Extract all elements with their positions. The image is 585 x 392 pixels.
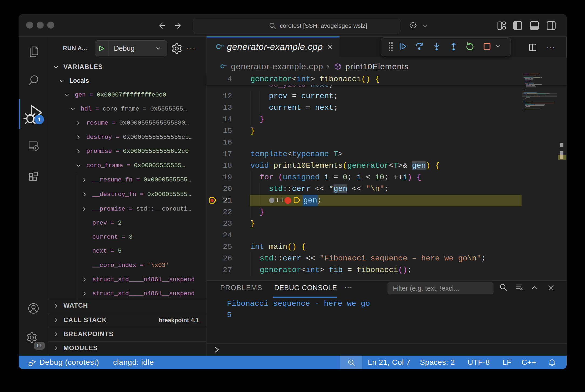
svg-text:++: ++ [224,64,227,67]
svg-text:++: ++ [220,44,224,48]
